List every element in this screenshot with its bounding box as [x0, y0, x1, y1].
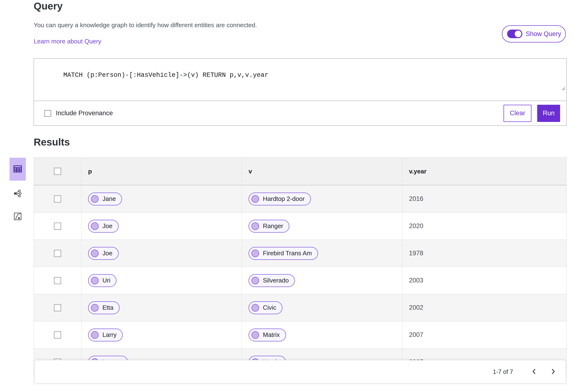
resize-handle-icon[interactable]	[530, 78, 565, 100]
node-icon	[91, 277, 99, 284]
node-icon	[91, 304, 99, 312]
entity-pill-vehicle[interactable]: Matrix	[249, 328, 286, 341]
table-icon	[13, 164, 23, 175]
table-row: Etta Civic 2002	[34, 294, 566, 321]
table-view-button[interactable]	[10, 158, 26, 181]
entity-pill-person[interactable]: Joe	[88, 247, 119, 260]
run-button[interactable]: Run	[537, 105, 560, 122]
node-icon	[91, 331, 99, 339]
include-provenance-option[interactable]: Include Provenance	[44, 109, 113, 117]
show-query-toggle[interactable]: Show Query	[502, 25, 566, 42]
vehicle-year-value: 2016	[409, 195, 423, 203]
toggle-knob	[515, 31, 521, 37]
entity-pill-vehicle[interactable]: Firebird Trans Am	[249, 247, 318, 260]
share-nodes-icon	[13, 189, 22, 199]
node-icon	[251, 250, 259, 257]
entity-pill-vehicle[interactable]: Ranger	[249, 220, 289, 233]
entity-pill-person[interactable]: Etta	[88, 301, 120, 314]
vehicle-year-value: 2007	[409, 331, 423, 339]
next-page-button[interactable]	[547, 366, 559, 377]
node-icon	[91, 195, 99, 203]
row-checkbox[interactable]	[54, 277, 61, 284]
vehicle-year-value: 2020	[409, 222, 423, 230]
select-all-checkbox[interactable]	[54, 168, 61, 175]
table-row: Joe Firebird Trans Am 1978	[34, 240, 566, 267]
row-checkbox[interactable]	[54, 304, 61, 311]
entity-pill-vehicle[interactable]: Hardtop 2-door	[249, 192, 311, 205]
query-text: MATCH (p:Person)-[:HasVehicle]->(v) RETU…	[63, 72, 268, 79]
table-row: Uri Silverado 2003	[34, 267, 566, 294]
query-footer: Include Provenance Clear Run	[34, 101, 566, 125]
row-checkbox[interactable]	[54, 250, 61, 257]
chevron-left-icon	[532, 368, 537, 375]
node-icon	[251, 195, 259, 203]
vehicle-year-value: 1978	[409, 250, 423, 257]
row-checkbox[interactable]	[54, 222, 61, 230]
page-title: Query	[34, 0, 63, 12]
route-map-icon	[13, 212, 22, 222]
include-provenance-label: Include Provenance	[56, 109, 113, 117]
pagination-bar: 1-7 of 7	[34, 360, 566, 383]
learn-more-link[interactable]: Learn more about Query	[34, 38, 101, 45]
table-body: Jane Hardtop 2-door 2016	[34, 185, 566, 376]
node-icon	[251, 277, 259, 284]
entity-pill-person[interactable]: Uri	[88, 274, 117, 287]
node-icon	[251, 304, 259, 312]
table-row: Joe Ranger 2020	[34, 213, 566, 240]
vehicle-year-value: 2003	[409, 277, 423, 284]
results-title: Results	[34, 136, 70, 148]
toggle-switch[interactable]	[507, 30, 522, 38]
map-view-button[interactable]	[13, 212, 22, 222]
graph-view-button[interactable]	[13, 189, 22, 199]
entity-pill-vehicle[interactable]: Silverado	[249, 274, 295, 287]
show-query-label: Show Query	[526, 30, 561, 38]
node-icon	[91, 222, 99, 230]
chevron-right-icon	[551, 368, 556, 375]
query-input[interactable]: MATCH (p:Person)-[:HasVehicle]->(v) RETU…	[34, 59, 566, 101]
query-console-page: Query You can query a knowledge graph to…	[0, 0, 573, 392]
column-header-v: v	[249, 168, 252, 175]
node-icon	[251, 222, 259, 230]
table-header-row: p v v.year	[34, 158, 566, 185]
results-table: p v v.year Jane Hardtop 2-door	[34, 157, 567, 384]
include-provenance-checkbox[interactable]	[44, 110, 51, 117]
row-checkbox[interactable]	[54, 195, 61, 203]
entity-pill-person[interactable]: Larry	[88, 328, 123, 341]
entity-pill-person[interactable]: Jane	[88, 192, 122, 205]
previous-page-button[interactable]	[528, 366, 540, 377]
node-icon	[251, 331, 259, 339]
column-header-p: p	[88, 168, 92, 175]
row-checkbox[interactable]	[54, 331, 61, 339]
entity-pill-vehicle[interactable]: Civic	[249, 301, 283, 314]
query-editor-panel: MATCH (p:Person)-[:HasVehicle]->(v) RETU…	[34, 58, 567, 126]
entity-pill-person[interactable]: Joe	[88, 220, 119, 233]
clear-button[interactable]: Clear	[503, 105, 532, 122]
column-header-vyear: v.year	[409, 168, 426, 175]
table-row: Jane Hardtop 2-door 2016	[34, 185, 566, 213]
results-view-rail	[10, 158, 26, 222]
pagination-range: 1-7 of 7	[493, 368, 513, 375]
table-row: Larry Matrix 2007	[34, 321, 566, 349]
page-description: You can query a knowledge graph to ident…	[34, 21, 257, 29]
vehicle-year-value: 2002	[409, 304, 423, 311]
node-icon	[91, 250, 99, 257]
